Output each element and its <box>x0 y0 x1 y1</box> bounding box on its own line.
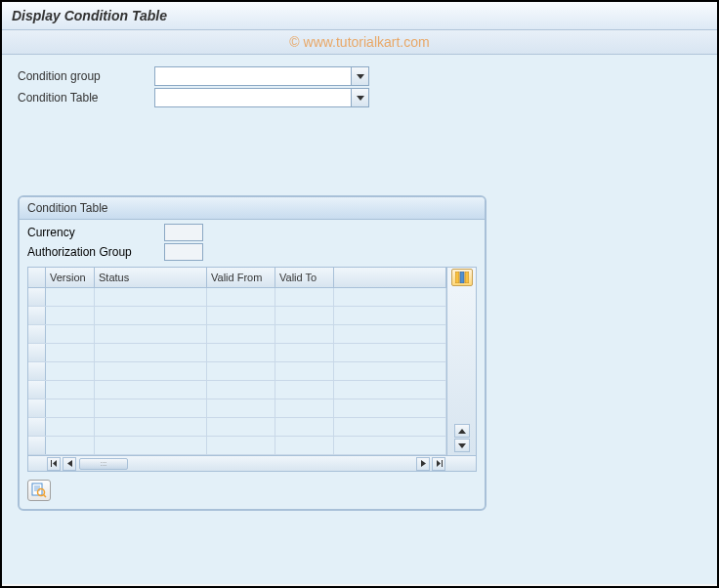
cell-version[interactable] <box>46 437 95 454</box>
scroll-right-icon[interactable] <box>416 457 430 471</box>
col-valid-to[interactable]: Valid To <box>275 268 334 287</box>
row-selector[interactable] <box>28 437 46 454</box>
table-row[interactable] <box>28 381 446 399</box>
row-selector[interactable] <box>28 418 46 436</box>
scroll-left-icon[interactable] <box>63 457 76 471</box>
currency-label: Currency <box>27 226 164 239</box>
condition-table-panel: Condition Table Currency Authorization G… <box>18 195 486 511</box>
cell-status[interactable] <box>95 418 207 436</box>
scroll-last-icon[interactable] <box>432 457 445 471</box>
condition-table-dropdown[interactable] <box>154 88 369 107</box>
svg-marker-8 <box>53 460 57 467</box>
cell-valid-to[interactable] <box>275 437 334 454</box>
row-selector[interactable] <box>28 362 46 380</box>
cell-valid-from[interactable] <box>207 325 275 343</box>
svg-rect-4 <box>465 272 469 283</box>
table-row[interactable] <box>28 362 446 381</box>
svg-rect-12 <box>442 460 443 467</box>
condition-group-row: Condition group <box>18 66 701 86</box>
cell-version[interactable] <box>46 381 95 399</box>
cell-valid-to[interactable] <box>275 344 334 361</box>
grid: Version Status Valid From Valid To <box>27 267 477 472</box>
grid-right-panel <box>446 268 476 455</box>
table-row[interactable] <box>28 307 446 325</box>
cell-filler <box>334 362 446 380</box>
cell-valid-to[interactable] <box>275 362 334 380</box>
cell-status[interactable] <box>95 362 207 380</box>
row-selector[interactable] <box>28 399 46 417</box>
chevron-down-icon[interactable] <box>351 67 368 85</box>
cell-status[interactable] <box>95 307 207 324</box>
condition-table-label: Condition Table <box>18 88 154 107</box>
row-selector-header[interactable] <box>28 268 46 287</box>
vertical-scrollbar[interactable] <box>454 289 470 453</box>
hscroll-thumb[interactable]: ::: <box>79 458 128 470</box>
details-button[interactable] <box>27 480 51 501</box>
cell-valid-from[interactable] <box>207 399 275 417</box>
cell-version[interactable] <box>46 325 95 343</box>
row-selector[interactable] <box>28 288 46 306</box>
currency-row: Currency <box>27 224 477 241</box>
cell-version[interactable] <box>46 288 95 306</box>
cell-valid-from[interactable] <box>207 418 275 436</box>
horizontal-scrollbar[interactable]: ::: <box>28 455 476 471</box>
cell-version[interactable] <box>46 362 95 380</box>
scroll-down-icon[interactable] <box>454 439 470 452</box>
chevron-down-icon[interactable] <box>351 89 368 106</box>
cell-status[interactable] <box>95 381 207 399</box>
scroll-first-icon[interactable] <box>47 457 61 471</box>
table-settings-button[interactable] <box>451 269 473 286</box>
svg-marker-6 <box>458 443 466 448</box>
table-row[interactable] <box>28 437 446 455</box>
col-version[interactable]: Version <box>46 268 95 287</box>
cell-valid-from[interactable] <box>207 288 275 306</box>
svg-rect-7 <box>51 460 52 467</box>
cell-version[interactable] <box>46 344 95 361</box>
row-selector[interactable] <box>28 344 46 361</box>
cell-valid-to[interactable] <box>275 381 334 399</box>
cell-version[interactable] <box>46 418 95 436</box>
page-title: Display Condition Table <box>2 2 717 30</box>
cell-valid-from[interactable] <box>207 437 275 454</box>
cell-status[interactable] <box>95 325 207 343</box>
cell-valid-from[interactable] <box>207 362 275 380</box>
auth-group-row: Authorization Group <box>27 243 477 261</box>
table-row[interactable] <box>28 418 446 437</box>
cell-status[interactable] <box>95 288 207 306</box>
grid-header: Version Status Valid From Valid To <box>28 268 446 288</box>
cell-valid-to[interactable] <box>275 399 334 417</box>
col-valid-from[interactable]: Valid From <box>207 268 275 287</box>
cell-valid-to[interactable] <box>275 325 334 343</box>
cell-filler <box>334 399 446 417</box>
cell-valid-from[interactable] <box>207 381 275 399</box>
svg-marker-0 <box>357 74 364 79</box>
currency-input[interactable] <box>164 224 203 241</box>
cell-status[interactable] <box>95 399 207 417</box>
condition-group-dropdown[interactable] <box>154 66 369 86</box>
panel-title: Condition Table <box>20 197 485 220</box>
cell-valid-to[interactable] <box>275 307 334 324</box>
table-row[interactable] <box>28 399 446 418</box>
table-row[interactable] <box>28 344 446 362</box>
scroll-up-icon[interactable] <box>454 424 470 438</box>
cell-valid-from[interactable] <box>207 307 275 324</box>
cell-valid-to[interactable] <box>275 418 334 436</box>
cell-filler <box>334 344 446 361</box>
cell-status[interactable] <box>95 344 207 361</box>
auth-group-label: Authorization Group <box>27 245 164 259</box>
cell-version[interactable] <box>46 307 95 324</box>
cell-status[interactable] <box>95 437 207 454</box>
svg-rect-2 <box>455 272 459 283</box>
row-selector[interactable] <box>28 325 46 343</box>
row-selector[interactable] <box>28 381 46 399</box>
row-selector[interactable] <box>28 307 46 324</box>
table-row[interactable] <box>28 288 446 307</box>
cell-valid-to[interactable] <box>275 288 334 306</box>
col-status[interactable]: Status <box>95 268 207 287</box>
svg-marker-10 <box>421 460 426 467</box>
cell-filler <box>334 288 446 306</box>
auth-group-input[interactable] <box>164 243 203 261</box>
cell-valid-from[interactable] <box>207 344 275 361</box>
table-row[interactable] <box>28 325 446 344</box>
cell-version[interactable] <box>46 399 95 417</box>
